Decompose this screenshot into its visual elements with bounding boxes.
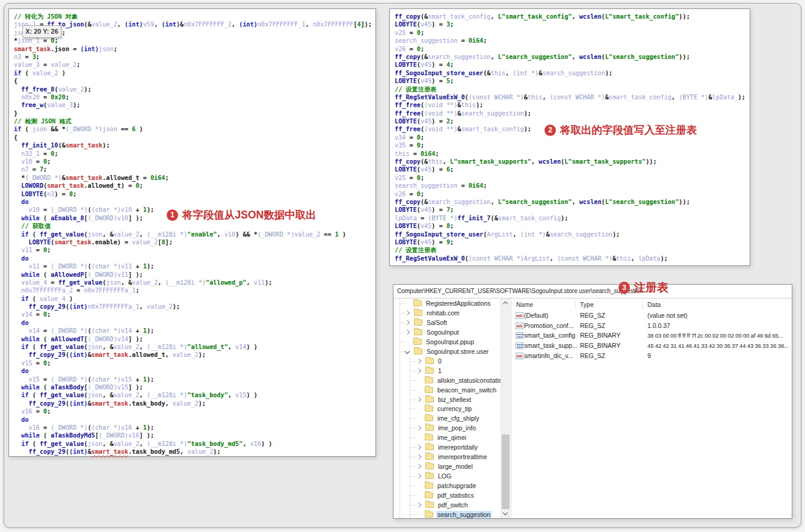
- tree-item-label[interactable]: pdf_switch: [437, 501, 469, 509]
- tree-item-SogouInput.ppup[interactable]: SogouInput.ppup: [406, 337, 475, 347]
- tree-scrollbar[interactable]: [501, 298, 510, 518]
- chevron-right-icon[interactable]: [405, 311, 410, 315]
- tree-item-label[interactable]: 1: [437, 367, 443, 374]
- tree-item-0[interactable]: 0: [417, 356, 443, 366]
- tree-item-SalSoft[interactable]: SalSoft: [406, 318, 448, 327]
- tree-item-patchupgrade[interactable]: patchupgrade: [417, 481, 477, 490]
- code-line: v14 = 0;: [14, 311, 375, 318]
- code-line: jso ;: [14, 29, 375, 37]
- tree-item-label[interactable]: SogouInput.store.user: [425, 348, 490, 355]
- annotation-3-badge: 3: [618, 282, 630, 294]
- code-line: do: [14, 319, 375, 327]
- chevron-right-icon[interactable]: [416, 503, 421, 507]
- code-line: v26 = 0;: [395, 190, 750, 198]
- code-line: this = 0i64;: [395, 150, 750, 158]
- tree-item-biz_shellext[interactable]: biz_shellext: [417, 395, 472, 404]
- code-line: n0x7FFFFFFFa_2 = n0x7FFFFFFFa_1;: [14, 286, 375, 294]
- chevron-right-icon[interactable]: [416, 474, 421, 478]
- tree-item-label[interactable]: SogouInput.ppup: [425, 338, 475, 345]
- tree-item-label[interactable]: allskin_statusiconstatis: [436, 377, 501, 384]
- registry-value-row-smartinfo_dic_v[interactable]: absmartinfo_dic_v...REG_SZ9: [511, 351, 791, 361]
- tree-item-label[interactable]: large_model: [437, 463, 474, 470]
- tree-item-ime_pop_info[interactable]: ime_pop_info: [417, 423, 477, 433]
- annotation-3: 3 注册表: [618, 280, 668, 295]
- tree-item-large_model[interactable]: large_model: [417, 462, 474, 471]
- tree-item-imereportdaily[interactable]: imereportdaily: [417, 442, 479, 452]
- value-name: smartinfo_dic_v...: [524, 352, 573, 359]
- tree-item-1[interactable]: 1: [417, 366, 443, 376]
- code-line: LOBYTE(v45) = 3;: [395, 20, 750, 28]
- tree-item-label[interactable]: imereportrealtime: [437, 453, 489, 460]
- code-line: if ( value_2 ): [14, 69, 375, 77]
- tree-item-label[interactable]: beacon_main_switch: [436, 386, 498, 394]
- tree-item-label[interactable]: currency_tip: [436, 405, 473, 412]
- code-line: LOBYTE(v45) = 7;: [395, 206, 750, 214]
- tree-item-LOG[interactable]: LOG: [417, 471, 452, 481]
- column-header-data[interactable]: Data: [647, 301, 661, 311]
- chevron-down-icon[interactable]: [405, 349, 410, 354]
- tree-item-ime_cfg_shiply[interactable]: ime_cfg_shiply: [417, 413, 480, 423]
- tree-item-RegisteredApplications[interactable]: RegisteredApplications: [406, 298, 492, 308]
- tree-item-label[interactable]: rohitab.com: [425, 309, 461, 317]
- chevron-right-icon[interactable]: [416, 358, 421, 363]
- code-line: // 检测 JSON 格式: [14, 117, 375, 125]
- column-separator[interactable]: [643, 300, 643, 309]
- tree-item-label[interactable]: pdf_statistics: [436, 492, 475, 499]
- folder-icon: [425, 377, 433, 383]
- tree-item-label[interactable]: search_suggestion: [436, 511, 492, 518]
- tree-item-beacon_main_switch[interactable]: beacon_main_switch: [417, 385, 498, 395]
- chevron-right-icon[interactable]: [416, 445, 421, 450]
- code-line: do: [14, 198, 375, 206]
- tree-item-SogouInput.store.user[interactable]: SogouInput.store.user: [406, 347, 490, 356]
- tree-item-label[interactable]: ime_cfg_shiply: [436, 415, 480, 422]
- code-line: // 设置注册表: [395, 246, 750, 254]
- tree-item-label[interactable]: biz_shellext: [437, 396, 472, 403]
- scroll-up-arrow-icon[interactable]: [501, 298, 510, 307]
- tree-item-allskin_statusiconstatis[interactable]: allskin_statusiconstatis: [417, 376, 501, 385]
- tree-item-ime_qimei[interactable]: ime_qimei: [417, 433, 467, 442]
- tree-item-label[interactable]: SalSoft: [425, 319, 448, 326]
- registry-value-row-smart_task_supp[interactable]: smart_task_supp...REG_BINARY45 42 42 31 …: [511, 341, 791, 351]
- tree-item-SogouInput[interactable]: SogouInput: [406, 327, 460, 337]
- value-type: REG_SZ: [580, 352, 605, 359]
- regedit-address-bar[interactable]: Computer\HKEY_CURRENT_USER\SOFTWARE\Sogo…: [393, 285, 792, 298]
- column-header-type[interactable]: Type: [580, 301, 594, 311]
- code-line: if ( ff_get_value(json, &value_2, (__m12…: [14, 391, 375, 399]
- code-line: ff_free((void **)&search_suggestion);: [395, 110, 750, 117]
- tree-guide-line: [399, 298, 400, 518]
- chevron-right-icon[interactable]: [405, 320, 410, 325]
- tree-item-label[interactable]: imereportdaily: [437, 444, 479, 451]
- chevron-right-icon[interactable]: [405, 330, 410, 335]
- tree-item-label[interactable]: 0: [437, 357, 443, 365]
- chevron-right-icon[interactable]: [416, 454, 421, 459]
- tree-item-label[interactable]: ime_qimei: [436, 434, 467, 441]
- tree-item-search_suggestion[interactable]: search_suggestion: [417, 510, 492, 518]
- registry-value-row-(Default)[interactable]: ab(Default)REG_SZ(value not set): [511, 311, 791, 321]
- tree-item-pdf_statistics[interactable]: pdf_statistics: [417, 490, 475, 500]
- tree-item-label[interactable]: SogouInput: [425, 329, 460, 336]
- chevron-right-icon[interactable]: [416, 464, 421, 469]
- code-line: v11 = 0;: [14, 246, 375, 254]
- tree-item-label[interactable]: patchupgrade: [436, 482, 477, 489]
- tree-item-label[interactable]: ime_pop_info: [437, 424, 477, 431]
- registry-value-row-smart_task_config[interactable]: smart_task_configREG_BINARY38 03 00 00 f…: [511, 331, 791, 341]
- code-line: LOBYTE(v45) = 4;: [395, 61, 750, 69]
- chevron-right-icon[interactable]: [416, 425, 421, 430]
- tree-item-label[interactable]: LOG: [437, 472, 452, 480]
- tree-item-label[interactable]: RegisteredApplications: [425, 300, 492, 307]
- column-header-name[interactable]: Name: [516, 301, 533, 311]
- registry-value-row-Promotion_conf[interactable]: abPromotion_conf...REG_SZ1.0.0.37: [511, 321, 791, 331]
- chevron-right-icon[interactable]: [416, 368, 421, 373]
- chevron-right-icon[interactable]: [416, 397, 421, 401]
- tree-item-pdf_switch[interactable]: pdf_switch: [417, 500, 469, 510]
- code-line: LOBYTE(v45) = 8;: [395, 222, 750, 230]
- tree-item-rohitab.com[interactable]: rohitab.com: [406, 308, 461, 318]
- scrollbar-thumb[interactable]: [502, 435, 510, 509]
- column-separator[interactable]: [575, 300, 576, 309]
- tree-item-imereportrealtime[interactable]: imereportrealtime: [417, 452, 489, 462]
- scroll-down-arrow-icon[interactable]: [501, 509, 510, 518]
- annotation-3-text: 注册表: [634, 280, 668, 295]
- regedit-tree: RegisteredApplicationsrohitab.comSalSoft…: [393, 298, 501, 518]
- folder-icon: [414, 320, 422, 326]
- tree-item-currency_tip[interactable]: currency_tip: [417, 404, 473, 413]
